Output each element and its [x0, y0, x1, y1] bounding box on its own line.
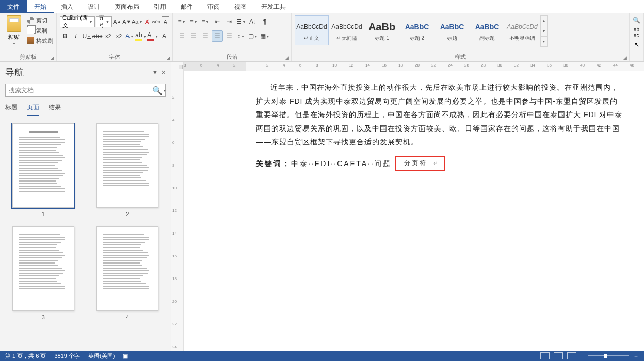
char-shading-button[interactable]: A — [159, 30, 169, 42]
search-icon[interactable]: 🔍▼ — [153, 84, 165, 96]
replace-button[interactable]: abac — [634, 27, 639, 38]
paste-label: 粘贴 — [8, 33, 20, 41]
superscript-button[interactable]: x2 — [114, 30, 124, 42]
ruler-selector-icon[interactable] — [179, 65, 183, 69]
tab-design[interactable]: 设计 — [81, 0, 107, 13]
close-icon[interactable]: ✕ — [161, 69, 166, 76]
format-painter-button[interactable]: 格式刷 — [27, 36, 53, 45]
italic-button[interactable]: I — [71, 30, 81, 42]
tab-mailings[interactable]: 邮件 — [173, 0, 200, 13]
text-effects-button[interactable]: A▼ — [124, 30, 135, 42]
ruler-horizontal[interactable]: 8642246810121416182022242628303234363840… — [184, 62, 644, 71]
page-thumbnail[interactable] — [96, 123, 158, 208]
zoom-slider[interactable] — [588, 355, 629, 356]
zoom-in-button[interactable]: ＋ — [633, 352, 639, 360]
zoom-out-button[interactable]: − — [581, 353, 584, 359]
strike-button[interactable]: abc — [92, 30, 103, 42]
copy-button[interactable]: 复制 — [27, 26, 53, 35]
change-case-button[interactable]: Aa▼ — [132, 16, 142, 27]
borders-button[interactable]: ▦▼ — [259, 30, 270, 42]
tab-review[interactable]: 审阅 — [200, 0, 227, 13]
scroll-up-icon[interactable]: ▲ — [541, 16, 547, 26]
style-item[interactable]: AaBbCcDd↵ 无间隔 — [330, 15, 364, 45]
nav-tab-headings[interactable]: 标题 — [5, 103, 18, 116]
navigation-pane: 导航 ▼ ✕ 🔍▼ 标题 页面 结果 1234 — [0, 62, 171, 351]
select-button[interactable]: ↖ — [634, 41, 639, 48]
shrink-font-button[interactable]: A▼ — [122, 16, 131, 27]
paste-button[interactable]: 粘贴 ▼ — [3, 15, 25, 45]
page-viewport[interactable]: 近年来，中国在海外直接投资上的动作很大，先后在欧美市场上进行较大影响的投资。在亚… — [184, 71, 644, 351]
distribute-button[interactable]: ☰ — [223, 30, 235, 42]
document-paragraph[interactable]: 近年来，中国在海外直接投资上的动作很大，先后在欧美市场上进行较大影响的投资。在亚… — [256, 80, 623, 149]
scroll-down-icon[interactable]: ▼ — [541, 26, 547, 37]
grow-font-button[interactable]: A▲ — [113, 16, 121, 27]
indent-inc-button[interactable]: ⇥ — [223, 16, 235, 27]
ribbon: 粘贴 ▼ 剪切 复制 格式刷 剪贴板 ◢ Calibri (西文▼ 五号▼ A▲… — [0, 13, 644, 62]
numbering-button[interactable]: ≡▼ — [188, 16, 199, 27]
dialog-launcher-icon[interactable]: ◢ — [51, 55, 54, 60]
align-center-button[interactable]: ☰ — [188, 30, 199, 42]
group-styles: AaBbCcDd↵ 正文AaBbCcDd↵ 无间隔AaBb标题 1AaBbC标题… — [292, 13, 630, 61]
phonetic-guide-button[interactable]: wén — [152, 16, 160, 27]
status-language[interactable]: 英语(美国) — [88, 352, 115, 360]
highlight-button[interactable]: ab▼ — [135, 30, 147, 42]
align-left-button[interactable]: ☰ — [176, 30, 187, 42]
style-item[interactable]: AaBbC副标题 — [470, 15, 504, 45]
thumb-number: 3 — [42, 314, 45, 320]
underline-button[interactable]: U▼ — [82, 30, 92, 42]
subscript-button[interactable]: x2 — [103, 30, 114, 42]
style-item[interactable]: AaBb标题 1 — [365, 15, 399, 45]
tab-insert[interactable]: 插入 — [54, 0, 81, 13]
tab-references[interactable]: 引用 — [147, 0, 173, 13]
indent-dec-button[interactable]: ⇤ — [212, 16, 223, 27]
cut-button[interactable]: 剪切 — [27, 15, 53, 25]
styles-more-icon[interactable]: ▾ — [541, 37, 547, 47]
dialog-launcher-icon[interactable]: ◢ — [623, 55, 627, 60]
style-item[interactable]: AaBbCcDd↵ 正文 — [295, 15, 329, 45]
line-spacing-button[interactable]: ↕▼ — [235, 30, 247, 42]
page-thumbnail[interactable] — [12, 226, 74, 311]
style-item[interactable]: AaBbC标题 2 — [400, 15, 434, 45]
brush-icon — [27, 37, 34, 44]
search-input[interactable] — [6, 84, 153, 96]
view-read-button[interactable] — [540, 352, 550, 359]
copy-icon — [27, 27, 34, 34]
style-item[interactable]: AaBbC标题 — [435, 15, 469, 45]
style-item[interactable]: AaBbCcDd不明显强调 — [505, 15, 539, 45]
tab-home[interactable]: 开始 — [27, 0, 54, 13]
align-right-button[interactable]: ☰ — [200, 30, 211, 42]
justify-button[interactable]: ☰ — [212, 30, 223, 42]
shading-button[interactable]: ▢▼ — [247, 30, 259, 42]
chevron-down-icon[interactable]: ▼ — [152, 69, 158, 76]
sort-button[interactable]: A↓ — [247, 16, 259, 27]
nav-tab-results[interactable]: 结果 — [49, 103, 61, 116]
dialog-launcher-icon[interactable]: ◢ — [167, 55, 170, 60]
page-thumbnail[interactable] — [96, 226, 158, 311]
bold-button[interactable]: B — [60, 30, 70, 42]
asian-layout-button[interactable]: ☰▼ — [235, 16, 247, 27]
status-word-count[interactable]: 3819 个字 — [54, 352, 80, 360]
tab-view[interactable]: 视图 — [227, 0, 254, 13]
keywords-line[interactable]: 关键词： 中泰 FDI CAFTA 问题 分页符 ↵ — [256, 156, 623, 171]
macro-icon[interactable]: ▣ — [123, 353, 128, 359]
char-border-button[interactable]: A — [162, 16, 169, 27]
multilevel-button[interactable]: ≡▼ — [200, 16, 211, 27]
clear-format-button[interactable]: A̸ — [143, 16, 151, 27]
nav-tab-pages[interactable]: 页面 — [27, 103, 39, 116]
bullets-button[interactable]: ≡▼ — [176, 16, 187, 27]
find-button[interactable]: 🔍 — [633, 17, 640, 24]
ruler-vertical[interactable]: 24681012141618202224 — [171, 62, 184, 351]
view-print-button[interactable] — [554, 352, 563, 359]
view-web-button[interactable] — [567, 352, 576, 359]
status-page[interactable]: 第 1 页，共 6 页 — [5, 352, 46, 360]
font-size-combo[interactable]: 五号▼ — [96, 16, 111, 27]
tab-file[interactable]: 文件 — [0, 0, 27, 13]
dialog-launcher-icon[interactable]: ◢ — [285, 55, 289, 60]
font-color-button[interactable]: A▼ — [147, 30, 158, 42]
page-thumbnail[interactable] — [12, 123, 74, 208]
tab-layout[interactable]: 页面布局 — [107, 0, 147, 13]
tab-developer[interactable]: 开发工具 — [254, 0, 293, 13]
font-name-combo[interactable]: Calibri (西文▼ — [60, 16, 95, 27]
thumb-number: 4 — [126, 314, 129, 320]
show-marks-button[interactable]: ¶ — [259, 16, 270, 27]
